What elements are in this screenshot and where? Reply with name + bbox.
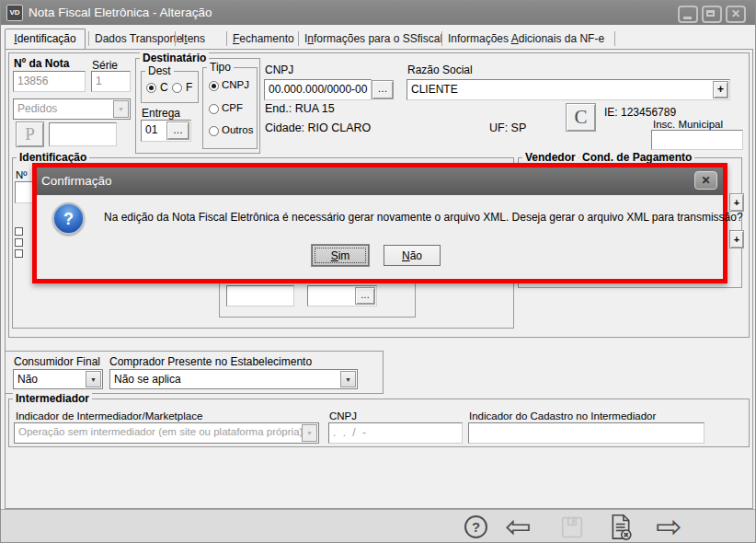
dest-legend: Dest — [145, 64, 174, 77]
minimize-button[interactable] — [678, 6, 698, 23]
destinatario-legend: Destinatário — [140, 52, 209, 64]
chevron-down-icon: ▼ — [302, 424, 317, 442]
chevron-down-icon: ▼ — [86, 371, 101, 387]
tab-identificacao[interactable]: Identificação — [5, 29, 86, 50]
tab-informacoes-ssfiscal[interactable]: Informações para o SSfiscal — [304, 32, 442, 45]
tab-separator — [298, 31, 299, 46]
razao-social-label: Razão Social — [407, 64, 473, 76]
nao-button[interactable]: Não — [384, 245, 441, 266]
insc-municipal-field[interactable] — [651, 130, 743, 150]
dialog-close-button[interactable]: ✕ — [694, 171, 717, 190]
radio-dest-f-label: F — [186, 81, 192, 94]
comprador-presente-dropdown[interactable]: Não se aplica ▼ — [109, 369, 358, 389]
cancel-document-icon[interactable] — [608, 514, 634, 543]
tab-separator — [614, 31, 615, 46]
maximize-button[interactable] — [702, 6, 722, 23]
window-title: Nota Fiscal Eletrônica - Alteração — [29, 1, 212, 25]
nota-label: Nº da Nota — [14, 57, 69, 70]
maximize-icon — [706, 10, 715, 17]
identificacao-legend: Identificação — [17, 151, 89, 164]
tab-separator — [226, 31, 227, 46]
radio-tipo-cpf-label: CPF — [222, 102, 243, 113]
endereco-text: End.: RUA 15 — [265, 102, 335, 115]
hidden-field-1[interactable] — [226, 285, 294, 306]
indicador-cadastro-field[interactable] — [468, 422, 704, 444]
chevron-down-icon: ▼ — [340, 371, 356, 387]
uf-text: UF: SP — [489, 121, 526, 134]
entrega-ellipsis-button[interactable]: … — [166, 121, 189, 140]
hidden-ellipsis-button[interactable]: … — [355, 287, 375, 305]
close-icon: ✕ — [701, 174, 710, 187]
close-icon: ✕ — [727, 7, 744, 21]
cond-pagamento-plus-button[interactable]: + — [729, 230, 744, 248]
entrega-label: Entrega — [142, 107, 180, 120]
tipo-legend: Tipo — [207, 61, 234, 74]
forward-icon[interactable]: ⇨ — [656, 504, 682, 543]
comprador-presente-label: Comprador Presente no Estabelecimento — [109, 355, 312, 368]
hidden-checkbox[interactable] — [15, 227, 23, 236]
destinatario-group: Destinatário Dest C F Entrega 01 … Tipo … — [135, 58, 260, 154]
app-window: VD Nota Fiscal Eletrônica - Alteração ✕ … — [0, 0, 756, 543]
hidden-checkbox[interactable] — [15, 238, 23, 247]
tab-itens[interactable]: Itens — [181, 32, 205, 45]
hidden-checkbox[interactable] — [15, 249, 23, 258]
pedidos-dropdown[interactable]: Pedidos ▼ — [13, 98, 131, 120]
ie-text: IE: 123456789 — [604, 106, 676, 119]
consumidor-final-dropdown[interactable]: Não ▼ — [13, 369, 103, 389]
help-icon[interactable]: ? — [464, 515, 487, 538]
cond-pagamento-legend: Cond. de Pagamento — [579, 151, 694, 164]
indicador-intermediador-label: Indicador de Intermediador/Marketplace — [16, 410, 202, 422]
back-icon[interactable]: ⇦ — [505, 504, 532, 543]
question-icon: ? — [52, 202, 85, 235]
tipo-subgroup: Tipo CNPJ CPF Outros — [202, 67, 258, 149]
numero-label: Nº — [16, 169, 28, 180]
intermediador-cnpj-field[interactable]: . . / - — [328, 422, 463, 444]
p-button[interactable]: P — [16, 121, 44, 147]
insc-municipal-label: Insc. Municipal — [653, 119, 723, 130]
radio-tipo-cpf[interactable] — [209, 104, 219, 114]
title-bar: VD Nota Fiscal Eletrônica - Alteração ✕ — [1, 1, 755, 25]
dialog-message: Na edição da Nota Fiscal Eletrônica é ne… — [104, 211, 743, 224]
tab-separator — [441, 31, 442, 46]
bottom-toolbar: ? ⇦ ⇨ — [1, 509, 756, 543]
tab-fechamento[interactable]: Fechamento — [233, 32, 294, 45]
cnpj-field[interactable]: 00.000.000/0000-00 — [264, 79, 372, 100]
razao-social-plus-button[interactable]: + — [713, 81, 728, 98]
radio-tipo-outros[interactable] — [209, 126, 219, 136]
p-text-field[interactable] — [49, 122, 117, 146]
indicador-intermediador-dropdown[interactable]: Operação sem intermediador (em site ou p… — [14, 422, 319, 444]
radio-tipo-cnpj[interactable] — [209, 81, 219, 91]
radio-tipo-cnpj-label: CNPJ — [222, 79, 249, 90]
close-button[interactable]: ✕ — [726, 6, 746, 23]
intermediador-cnpj-label: CNPJ — [329, 410, 357, 422]
serie-label: Série — [92, 59, 118, 72]
dialog-title-bar: Confirmação — [37, 168, 723, 195]
intermediador-legend: Intermediador — [13, 392, 92, 405]
radio-dest-c-label: C — [160, 81, 168, 94]
cidade-text: Cidade: RIO CLARO — [265, 121, 371, 134]
minimize-icon — [683, 17, 692, 19]
consumidor-final-label: Consumidor Final — [14, 355, 100, 368]
radio-tipo-outros-label: Outros — [222, 124, 254, 135]
radio-dest-f[interactable] — [172, 83, 182, 93]
app-icon: VD — [6, 5, 23, 21]
save-icon[interactable] — [560, 515, 584, 543]
nota-field[interactable]: 13856 — [13, 71, 86, 92]
c-button[interactable]: C — [566, 103, 596, 132]
serie-field[interactable]: 1 — [91, 71, 131, 92]
tab-dados-transporte[interactable]: Dados Transporte — [95, 32, 182, 45]
confirmation-dialog: Confirmação ✕ ? Na edição da Nota Fiscal… — [32, 163, 727, 283]
cnpj-ellipsis-button[interactable]: … — [372, 80, 394, 99]
tab-separator — [175, 31, 176, 46]
indicador-cadastro-label: Indicador do Cadastro no Intermediador — [469, 410, 656, 422]
dest-subgroup: Dest C F — [141, 71, 199, 103]
razao-social-field[interactable]: CLIENTE — [407, 79, 730, 100]
vendedor-legend: Vendedor — [522, 151, 578, 164]
cnpj-label: CNPJ — [265, 64, 293, 76]
tab-separator — [88, 31, 89, 46]
vendedor-plus-button[interactable]: + — [729, 193, 744, 212]
sim-button[interactable]: Sim — [312, 245, 369, 266]
chevron-down-icon: ▼ — [113, 100, 129, 118]
radio-dest-c[interactable] — [146, 83, 156, 93]
tab-informacoes-adicionais[interactable]: Informações Adicionais da NF-e — [448, 32, 604, 45]
